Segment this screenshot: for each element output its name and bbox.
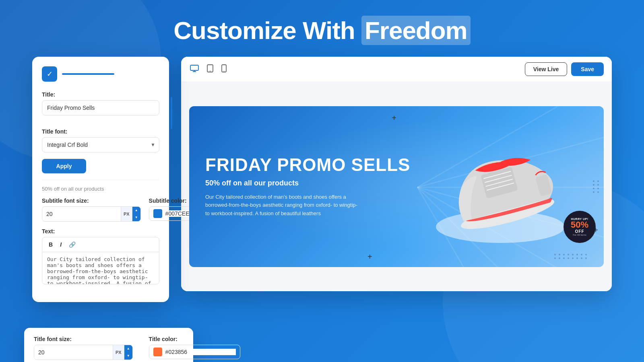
editor-card-header: ✓ [42,66,159,82]
svg-rect-0 [190,65,198,70]
title-font-size-arrows: ▲ ▼ [124,345,132,360]
device-icons [189,64,227,75]
title-group: Title: [42,91,159,122]
text-editor-toolbar: B I 🔗 [42,237,159,252]
subtitle-size-down-btn[interactable]: ▼ [132,214,140,221]
editor-card: ✓ Title: Title font: Integral Crf Bold ▼ [32,57,169,302]
subtitle-color-swatch [153,209,162,218]
title-font-size-col: Title font size: PX ▲ ▼ [34,336,133,360]
text-group: Text: B I 🔗 Our City tailored collection… [42,228,159,286]
subtitle-font-size-unit: PX [121,207,132,221]
badge-off-text: OFF [575,229,584,234]
discount-badge: Hurry Up! 50% OFF For All Items [564,211,596,243]
title-input[interactable] [42,100,159,115]
right-panel: View Live Save FRIDAY PROMO [181,57,612,291]
add-plus-bottom[interactable]: + [367,252,372,261]
save-button[interactable]: Save [571,62,604,76]
preview-actions: View Live Save [525,62,604,76]
add-plus-top[interactable]: + [392,113,396,123]
title-size-up-btn[interactable]: ▲ [124,345,132,352]
link-btn[interactable]: 🔗 [67,241,77,249]
view-live-button[interactable]: View Live [525,62,568,76]
banner-image-area: Hurry Up! 50% OFF For All Items [396,106,604,267]
tablet-view-btn[interactable] [206,64,214,75]
banner-description: Our City tailored collection of man's bo… [205,193,358,218]
subtitle-settings-row: Subtitle font size: PX ▲ ▼ Subtitle colo… [42,197,159,222]
subtitle-font-size-col: Subtitle font size: PX ▲ ▼ [42,197,141,222]
badge-items-text: For All Items [573,234,586,236]
apply-button[interactable]: Apply [42,159,86,173]
scroll-indicator [171,97,172,129]
banner-content: FRIDAY PROMO SELLS 50% off on all our pr… [205,155,410,218]
sub-card-row: Title font size: PX ▲ ▼ Title color: [34,336,184,360]
shoe-svg [432,130,569,243]
banner-title: FRIDAY PROMO SELLS [205,155,410,175]
badge-percent-text: 50% [571,220,588,229]
title-highlight: Freedom [361,16,471,45]
subtitle-preview: 50% off on all our products [42,180,159,192]
title-color-input[interactable] [149,345,240,359]
mobile-view-btn[interactable] [221,64,227,75]
subtitle-font-size-field[interactable] [42,208,121,220]
svg-point-6 [224,70,225,71]
left-panel: ✓ Title: Title font: Integral Crf Bold ▼ [32,57,169,302]
main-content: ✓ Title: Title font: Integral Crf Bold ▼ [0,57,644,302]
title-color-hex-field[interactable] [165,349,236,355]
title-font-size-unit: PX [113,345,124,360]
preview-header: View Live Save [181,57,612,82]
preview-body: FRIDAY PROMO SELLS 50% off on all our pr… [181,82,612,291]
bold-btn[interactable]: B [47,241,54,249]
title-color-swatch [153,348,162,356]
banner-subtitle: 50% off on all our products [205,179,410,187]
title-text-part1: Customize With [173,16,361,44]
promo-banner: FRIDAY PROMO SELLS 50% off on all our pr… [189,106,604,267]
desktop-view-btn[interactable] [189,64,200,75]
title-font-label: Title font: [42,128,159,135]
text-label: Text: [42,228,159,234]
subtitle-font-size-arrows: ▲ ▼ [132,207,140,221]
editor-icon: ✓ [42,66,57,82]
title-font-size-wrapper: PX ▲ ▼ [34,345,133,360]
dots-pattern [554,254,588,259]
title-label: Title: [42,91,159,98]
title-color-col: Title color: [149,336,240,360]
floating-sub-card: Title font size: PX ▲ ▼ Title color: [24,328,193,362]
subtitle-size-up-btn[interactable]: ▲ [132,207,140,214]
subtitle-font-size-label: Subtitle font size: [42,197,141,204]
text-area[interactable]: Our City tailored collection of man's bo… [42,252,159,284]
subtitle-font-size-input: PX ▲ ▼ [42,206,141,222]
page-title-section: Customize With Freedom [0,0,644,57]
svg-point-4 [210,70,211,71]
title-color-label: Title color: [149,336,240,342]
title-font-size-field[interactable] [34,346,113,359]
header-line [62,73,114,75]
title-font-size-label: Title font size: [34,336,133,342]
title-font-group: Title font: Integral Crf Bold ▼ [42,128,159,152]
title-size-down-btn[interactable]: ▼ [124,352,132,360]
italic-btn[interactable]: I [58,241,63,249]
title-font-select[interactable]: Integral Crf Bold [42,137,159,152]
title-font-select-wrapper: Integral Crf Bold ▼ [42,137,159,152]
